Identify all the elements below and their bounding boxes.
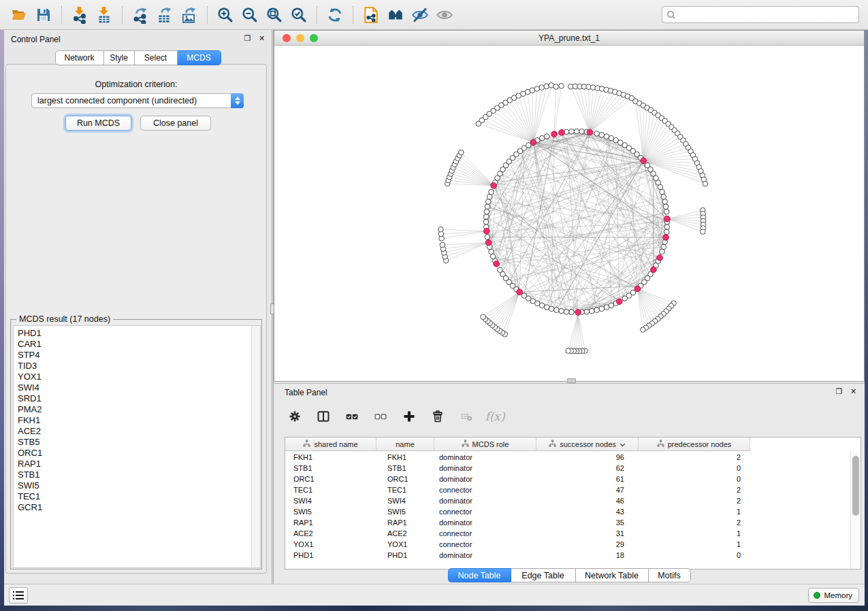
table-cell[interactable]: connector	[434, 508, 536, 516]
table-cell[interactable]: YOX1	[285, 540, 376, 548]
table-scrollbar[interactable]	[850, 451, 861, 569]
network-canvas[interactable]	[274, 46, 864, 381]
export-table-icon[interactable]	[152, 4, 177, 26]
table-cell[interactable]: 2	[639, 453, 750, 461]
table-cell[interactable]: 0	[639, 475, 750, 483]
save-session-icon[interactable]	[31, 4, 56, 26]
column-header-name[interactable]: name	[376, 437, 434, 451]
find-icon[interactable]	[383, 4, 408, 26]
import-table-from-file-icon[interactable]	[92, 4, 116, 26]
column-header-predecessor-nodes[interactable]: predecessor nodes	[639, 437, 750, 451]
network-window-titlebar[interactable]: YPA_prune.txt_1	[274, 31, 864, 46]
table-settings-icon[interactable]	[287, 409, 302, 424]
mcds-result-item[interactable]: YOX1	[18, 371, 249, 382]
search-field[interactable]	[662, 6, 859, 23]
table-row[interactable]: FKH1FKH1dominator962	[285, 452, 861, 463]
table-cell[interactable]: PHD1	[376, 551, 434, 559]
table-cell[interactable]: 61	[536, 475, 639, 483]
table-cell[interactable]: 31	[536, 529, 639, 538]
apply-preferred-layout-icon[interactable]	[323, 4, 347, 26]
table-cell[interactable]: FKH1	[376, 453, 434, 461]
memory-button[interactable]: Memory	[808, 588, 859, 603]
table-cell[interactable]: SWI5	[376, 508, 434, 516]
table-cell[interactable]: dominator	[434, 475, 536, 483]
table-cell[interactable]: connector	[434, 540, 536, 548]
show-columns-icon[interactable]	[316, 409, 331, 424]
zoom-fit-content-icon[interactable]	[262, 4, 287, 26]
tab-motifs[interactable]: Motifs	[649, 568, 691, 582]
table-cell[interactable]: ORC1	[376, 475, 434, 483]
table-cell[interactable]: SWI4	[285, 497, 376, 505]
show-all-icon[interactable]	[432, 4, 457, 26]
table-cell[interactable]: 35	[536, 518, 639, 527]
run-mcds-button[interactable]: Run MCDS	[65, 116, 131, 131]
table-cell[interactable]: 47	[536, 486, 639, 494]
table-cell[interactable]: ACE2	[376, 529, 434, 538]
mcds-result-item[interactable]: TEC1	[18, 491, 249, 502]
table-cell[interactable]: dominator	[434, 518, 536, 527]
node-table[interactable]: shared namenameMCDS rolesuccessor nodesp…	[285, 437, 861, 569]
column-header-shared-name[interactable]: shared name	[285, 437, 376, 451]
table-row[interactable]: TEC1TEC1connector472	[285, 484, 861, 495]
mcds-result-item[interactable]: SWI5	[18, 480, 249, 491]
table-cell[interactable]: dominator	[434, 497, 536, 505]
mcds-result-item[interactable]: STB5	[18, 437, 249, 448]
delete-entry-icon[interactable]	[430, 409, 445, 424]
table-cell[interactable]: 0	[639, 551, 750, 559]
table-cell[interactable]: 18	[536, 551, 639, 559]
table-cell[interactable]: 2	[639, 497, 750, 505]
table-cell[interactable]: STB1	[285, 464, 376, 472]
table-cell[interactable]: 1	[639, 540, 750, 548]
new-network-from-selection-icon[interactable]	[359, 4, 383, 26]
mcds-result-item[interactable]: ORC1	[18, 448, 249, 459]
horizontal-splitter-handle[interactable]	[567, 378, 576, 383]
table-cell[interactable]: dominator	[434, 464, 536, 472]
task-history-button[interactable]	[9, 587, 28, 604]
table-row[interactable]: ACE2ACE2connector311	[285, 528, 861, 539]
table-cell[interactable]: FKH1	[285, 453, 376, 461]
close-panel-button[interactable]: Close panel	[140, 116, 211, 131]
table-row[interactable]: PHD1PHD1dominator180	[285, 550, 861, 561]
close-panel-icon[interactable]: ✕	[849, 387, 858, 396]
table-cell[interactable]: RAP1	[376, 518, 434, 527]
mcds-result-item[interactable]: FKH1	[18, 415, 249, 426]
mcds-result-item[interactable]: TID3	[18, 361, 249, 371]
tab-network-table[interactable]: Network Table	[576, 568, 649, 582]
table-cell[interactable]: TEC1	[376, 486, 434, 494]
table-cell[interactable]: 1	[639, 529, 750, 538]
mcds-result-item[interactable]: RAP1	[18, 459, 249, 469]
table-cell[interactable]: dominator	[434, 453, 536, 461]
mcds-result-scrollbar[interactable]	[251, 326, 260, 567]
export-network-icon[interactable]	[128, 4, 152, 26]
table-cell[interactable]: SWI5	[285, 508, 376, 516]
table-cell[interactable]: 96	[536, 453, 639, 461]
mcds-result-item[interactable]: PHD1	[18, 328, 249, 339]
table-row[interactable]: STB1STB1dominator620	[285, 463, 861, 474]
mcds-result-item[interactable]: PMA2	[18, 404, 249, 415]
table-row[interactable]: YOX1YOX1connector291	[285, 539, 861, 550]
search-input[interactable]	[679, 10, 854, 20]
tab-edge-table[interactable]: Edge Table	[511, 568, 576, 582]
select-all-icon[interactable]	[344, 409, 359, 424]
table-cell[interactable]: SWI4	[376, 497, 434, 505]
mcds-result-item[interactable]: CAR1	[18, 339, 249, 350]
mcds-result-item[interactable]: GCR1	[18, 502, 249, 513]
float-panel-icon[interactable]: ❐	[835, 387, 843, 396]
table-cell[interactable]: ORC1	[285, 475, 376, 483]
float-panel-icon[interactable]: ❐	[243, 34, 252, 43]
table-cell[interactable]: 62	[536, 464, 639, 472]
mcds-result-item[interactable]: ACE2	[18, 426, 249, 437]
column-header-MCDS-role[interactable]: MCDS role	[434, 437, 536, 451]
tab-node-table[interactable]: Node Table	[448, 568, 511, 582]
column-header-successor-nodes[interactable]: successor nodes	[536, 437, 639, 451]
table-row[interactable]: ORC1ORC1dominator610	[285, 474, 861, 484]
deselect-all-icon[interactable]	[373, 409, 388, 424]
table-cell[interactable]: 29	[536, 540, 639, 548]
hide-selected-icon[interactable]	[408, 4, 432, 26]
optimization-criterion-select[interactable]: largest connected component (undirected)	[31, 93, 244, 108]
table-cell[interactable]: 0	[639, 464, 750, 472]
table-cell[interactable]: 1	[639, 508, 750, 516]
table-cell[interactable]: 2	[639, 486, 750, 494]
table-cell[interactable]: 46	[536, 497, 639, 505]
table-cell[interactable]: connector	[434, 529, 536, 538]
